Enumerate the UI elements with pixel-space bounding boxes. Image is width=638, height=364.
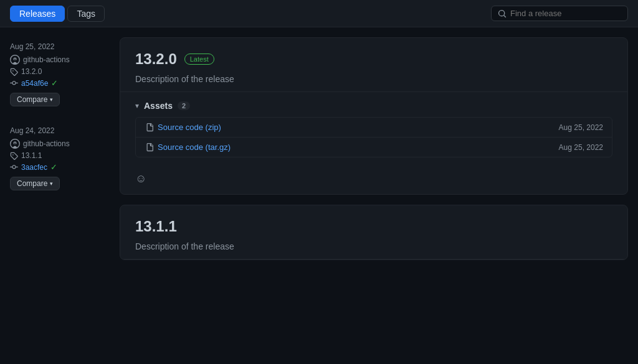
asset-item-tar: Source code (tar.gz) Aug 25, 2022 — [136, 138, 612, 157]
main-content: Aug 25, 2022 github-actions 13.2.0 a54af… — [0, 27, 638, 364]
chevron-down-icon-1: ▾ — [50, 96, 53, 103]
sidebar-release-1: Aug 25, 2022 github-actions 13.2.0 a54af… — [10, 42, 110, 106]
asset-link-tar[interactable]: Source code (tar.gz) — [145, 142, 231, 152]
assets-count-1: 2 — [178, 101, 190, 110]
sidebar-commit-row-1: a54af6e ✓ — [10, 78, 110, 88]
release-title-row-2: 13.1.1 — [135, 218, 612, 235]
search-input[interactable] — [510, 9, 621, 18]
asset-date-tar: Aug 25, 2022 — [559, 143, 603, 152]
actor-name-1: github-actions — [23, 55, 70, 64]
verified-icon-2: ✓ — [50, 162, 57, 172]
asset-name-tar: Source code (tar.gz) — [158, 142, 231, 152]
release-title-row-1: 13.2.0 Latest — [135, 50, 612, 68]
release-version-2: 13.1.1 — [135, 218, 177, 235]
tag-icon-1 — [10, 68, 18, 76]
release-version-1: 13.2.0 — [135, 50, 177, 68]
assets-label-1: Assets — [144, 101, 173, 111]
sidebar: Aug 25, 2022 github-actions 13.2.0 a54af… — [10, 37, 110, 354]
commit-link-2[interactable]: 3aacfec — [21, 163, 47, 172]
compare-label-1: Compare — [17, 95, 47, 104]
verified-icon-1: ✓ — [51, 78, 58, 88]
asset-name-zip: Source code (zip) — [158, 123, 221, 132]
tab-releases[interactable]: Releases — [10, 6, 65, 22]
sidebar-commit-row-2: 3aacfec ✓ — [10, 162, 110, 172]
reaction-emoji-btn-1[interactable]: ☺ — [135, 172, 146, 185]
actor-icon-1 — [10, 55, 20, 65]
file-icon-tar — [145, 143, 153, 152]
top-bar: Releases Tags — [0, 0, 638, 27]
reactions-row-1: ☺ — [120, 166, 627, 194]
search-icon — [498, 9, 507, 18]
tag-name-1: 13.2.0 — [21, 67, 42, 76]
tag-icon-2 — [10, 152, 18, 160]
sidebar-actor-1: github-actions — [10, 55, 110, 65]
tab-group: Releases Tags — [10, 6, 105, 22]
asset-list-1: Source code (zip) Aug 25, 2022 Source co… — [135, 117, 612, 157]
asset-date-zip: Aug 25, 2022 — [559, 123, 603, 132]
release-description-1: Description of the release — [135, 74, 612, 84]
release-header-2: 13.1.1 Description of the release — [120, 205, 627, 259]
sidebar-tag-row-2: 13.1.1 — [10, 151, 110, 160]
sidebar-actor-2: github-actions — [10, 139, 110, 149]
compare-btn-1[interactable]: Compare ▾ — [10, 93, 60, 106]
tab-tags[interactable]: Tags — [67, 6, 105, 22]
sidebar-release-2: Aug 24, 2022 github-actions 13.1.1 3aacf… — [10, 126, 110, 190]
asset-link-zip[interactable]: Source code (zip) — [145, 123, 221, 132]
triangle-down-icon-1: ▾ — [135, 101, 139, 110]
commit-icon-1 — [10, 79, 18, 87]
assets-section-1: ▾ Assets 2 Source code (zip) Aug 25, 202… — [120, 92, 627, 166]
search-box — [491, 6, 628, 21]
latest-badge-1: Latest — [184, 54, 214, 65]
tag-name-2: 13.1.1 — [21, 151, 42, 160]
sidebar-date-2: Aug 24, 2022 — [10, 126, 110, 135]
commit-icon-2 — [10, 163, 18, 171]
releases-list: 13.2.0 Latest Description of the release… — [120, 37, 628, 354]
release-header-1: 13.2.0 Latest Description of the release — [120, 38, 627, 92]
sidebar-tag-row-1: 13.2.0 — [10, 67, 110, 76]
compare-btn-2[interactable]: Compare ▾ — [10, 177, 60, 190]
sidebar-date-1: Aug 25, 2022 — [10, 42, 110, 51]
assets-header-1: ▾ Assets 2 — [135, 101, 612, 111]
actor-name-2: github-actions — [23, 139, 70, 148]
chevron-down-icon-2: ▾ — [50, 180, 53, 187]
release-card-1: 13.2.0 Latest Description of the release… — [120, 37, 628, 195]
compare-label-2: Compare — [17, 179, 47, 188]
release-card-2: 13.1.1 Description of the release — [120, 205, 628, 260]
release-description-2: Description of the release — [135, 241, 612, 251]
asset-item-zip: Source code (zip) Aug 25, 2022 — [136, 118, 612, 138]
commit-link-1[interactable]: a54af6e — [21, 79, 48, 88]
actor-icon-2 — [10, 139, 20, 149]
file-icon-zip — [145, 123, 153, 132]
